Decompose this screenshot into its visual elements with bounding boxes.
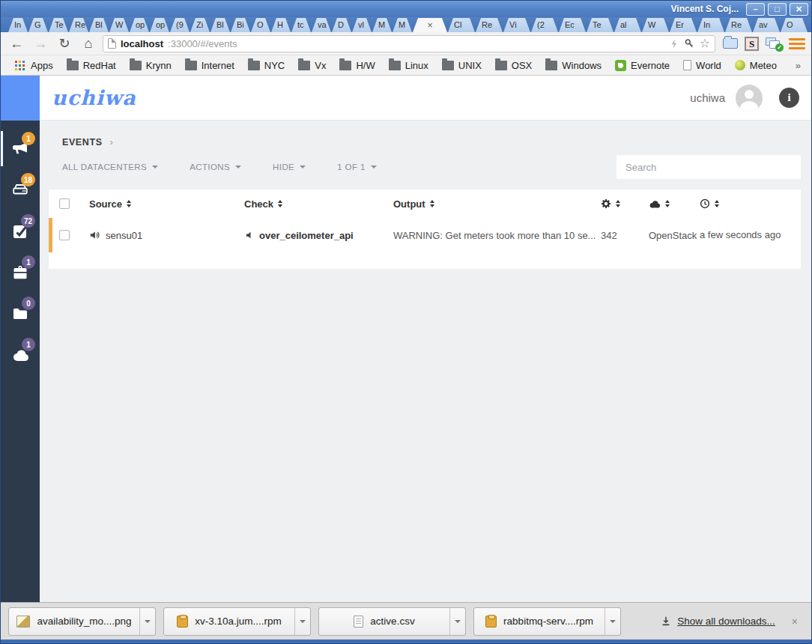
sidebar-item-datacenters[interactable]: 1	[1, 334, 40, 375]
bookmark-item[interactable]: Vx	[292, 58, 332, 73]
avatar[interactable]	[736, 85, 763, 112]
select-all-checkbox[interactable]	[59, 198, 70, 209]
username[interactable]: uchiwa	[690, 91, 725, 104]
browser-tab[interactable]: al	[614, 18, 641, 32]
event-source[interactable]: sensu01	[106, 230, 142, 241]
search-input[interactable]	[616, 155, 801, 179]
uchiwa-logo[interactable]: uchiwa	[52, 86, 136, 109]
browser-tab[interactable]: M	[372, 18, 392, 32]
browser-tab[interactable]: In	[8, 18, 28, 32]
download-item[interactable]: rabbitmq-serv....rpm	[473, 607, 621, 636]
column-datacenter[interactable]	[649, 199, 700, 209]
reload-icon[interactable]: ↻	[55, 37, 74, 50]
bookmark-item[interactable]: Windows	[539, 58, 608, 73]
bookmark-star-icon[interactable]: ☆	[700, 37, 710, 49]
s-extension-icon[interactable]: S	[745, 37, 759, 51]
sidebar-item-aggregates[interactable]: 0	[1, 293, 40, 334]
browser-tab[interactable]: Bl	[89, 18, 109, 32]
download-item[interactable]: availability_mo....png	[8, 607, 156, 636]
minimize-button[interactable]: –	[746, 3, 765, 16]
browser-tab[interactable]: tc	[291, 18, 311, 32]
download-menu-button[interactable]	[605, 608, 620, 635]
filter-dropdown[interactable]: HIDE	[273, 162, 306, 171]
event-check[interactable]: over_ceilometer_api	[259, 230, 354, 241]
column-occurrences[interactable]	[601, 198, 649, 209]
browser-tab[interactable]: Bl	[210, 18, 230, 32]
sidebar-item-checks[interactable]: 72	[1, 210, 40, 252]
bookmark-item[interactable]: NYC	[242, 58, 291, 73]
sidebar-item-clients[interactable]: 18	[1, 169, 40, 210]
menu-icon[interactable]	[789, 37, 805, 51]
tab-close-icon[interactable]: ×	[427, 20, 433, 30]
browser-tab[interactable]: Er	[670, 18, 697, 32]
bookmark-item[interactable]: Evernote	[609, 58, 676, 73]
browser-tab[interactable]: Zi	[190, 18, 210, 32]
browser-tab[interactable]: O	[781, 18, 808, 32]
bookmark-item[interactable]: H/W	[333, 58, 381, 73]
browser-tab[interactable]: av	[753, 18, 780, 32]
lightning-icon[interactable]	[670, 38, 679, 49]
filter-dropdown[interactable]: ACTIONS	[190, 162, 241, 171]
browser-tab[interactable]: Re	[476, 18, 503, 32]
sidebar-logo-block[interactable]	[1, 76, 40, 121]
browser-tab[interactable]: Re	[725, 18, 752, 32]
column-time[interactable]	[700, 198, 801, 209]
browser-tab[interactable]: W	[642, 18, 669, 32]
row-checkbox[interactable]	[59, 230, 70, 240]
download-menu-button[interactable]	[139, 608, 155, 635]
browser-tab[interactable]: H	[271, 18, 291, 32]
browser-tab[interactable]: Ec	[559, 18, 586, 32]
browser-tab[interactable]: Te	[587, 18, 613, 32]
column-source[interactable]: Source	[89, 198, 244, 210]
address-bar[interactable]: localhost :33000/#/events ☆	[103, 35, 715, 52]
bookmark-item[interactable]: Internet	[179, 58, 240, 73]
breadcrumb[interactable]: EVENTS	[62, 137, 103, 148]
browser-tab[interactable]: op	[130, 18, 149, 32]
browser-tab[interactable]: G	[28, 18, 48, 32]
close-downloads-icon[interactable]: ×	[792, 616, 798, 628]
bookmark-item[interactable]: RedHat	[61, 58, 122, 73]
bookmark-item[interactable]: UNIX	[436, 58, 488, 73]
bookmark-item[interactable]: Krynn	[124, 58, 178, 73]
sidebar-item-events[interactable]: 1	[1, 128, 40, 169]
browser-tab[interactable]: In	[697, 18, 724, 32]
table-row[interactable]: sensu01 over_ceilometer_api WARNING: Get…	[49, 218, 801, 252]
browser-tab[interactable]: W	[109, 18, 129, 32]
download-menu-button[interactable]	[449, 608, 465, 635]
home-icon[interactable]: ⌂	[79, 37, 98, 50]
bookmark-item[interactable]: Apps	[8, 58, 59, 73]
download-item[interactable]: active.csv	[318, 607, 466, 636]
browser-tab[interactable]: op	[150, 18, 169, 32]
sidebar-item-stashes[interactable]: 1	[1, 252, 40, 293]
browser-tab[interactable]: vl	[352, 18, 372, 32]
download-menu-button[interactable]	[294, 608, 310, 635]
browser-tab[interactable]: D	[332, 18, 351, 32]
filter-dropdown[interactable]: ALL DATACENTERS	[62, 162, 158, 171]
browser-tab[interactable]: (2	[531, 18, 558, 32]
bookmark-item[interactable]: OSX	[489, 58, 538, 73]
maximize-button[interactable]: □	[768, 3, 787, 16]
bookmark-item[interactable]: Linux	[383, 58, 434, 73]
column-check[interactable]: Check	[244, 198, 393, 210]
column-output[interactable]: Output	[393, 198, 601, 210]
browser-tab[interactable]: Re	[69, 18, 88, 32]
browser-tab[interactable]: Cl	[448, 18, 475, 32]
filter-dropdown[interactable]: 1 OF 1	[337, 162, 377, 171]
browser-tab[interactable]: Vi	[503, 18, 530, 32]
browser-tab[interactable]: M	[393, 18, 412, 32]
windows-extension-icon[interactable]: ✓	[766, 37, 782, 50]
close-button[interactable]: ✕	[790, 3, 808, 16]
active-tab[interactable]: ×	[413, 18, 447, 32]
folder-extension-icon[interactable]	[723, 38, 738, 49]
info-icon[interactable]: i	[779, 88, 799, 108]
browser-tab[interactable]: O	[251, 18, 270, 32]
key-icon[interactable]	[684, 38, 694, 49]
browser-tab[interactable]: Bi	[231, 18, 250, 32]
show-all-downloads-link[interactable]: Show all downloads...	[661, 616, 775, 627]
back-icon[interactable]: ←	[7, 37, 26, 50]
bookmarks-overflow-icon[interactable]: »	[793, 60, 804, 71]
bookmark-item[interactable]: World	[677, 58, 727, 73]
download-item[interactable]: xv-3.10a.jum....rpm	[163, 607, 311, 636]
bookmark-item[interactable]: Meteo	[729, 58, 783, 73]
browser-tab[interactable]: va	[312, 18, 331, 32]
